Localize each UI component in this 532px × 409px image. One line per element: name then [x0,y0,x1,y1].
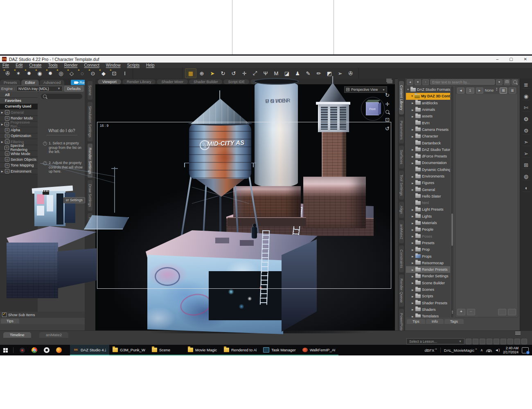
toolbar-icon[interactable]: + ✎ [303,69,313,78]
lesson-transport-button[interactable] [480,339,485,344]
viewport-tab[interactable]: Shader Builder [189,79,223,84]
menu-item[interactable]: Help [146,63,155,67]
activity-icon[interactable]: ◉ [522,92,530,100]
firefox-icon[interactable] [54,345,63,355]
tree-item[interactable]: ▶ Templates [406,313,450,317]
close-button[interactable]: ✕ [524,57,527,61]
content-tab[interactable]: Tags [444,319,464,324]
tree-item[interactable]: ▶ Props [406,253,450,259]
activity-icon[interactable]: ➣ [522,138,530,146]
notification-icon[interactable]: 3 [522,347,529,353]
up-folder-icon[interactable]: ↑ [422,79,429,85]
search-input[interactable] [48,94,79,99]
camera-view-select[interactable]: Perspective View ▼ [344,86,387,93]
lesson-transport-button[interactable] [473,339,478,344]
content-tab[interactable]: Info [426,319,444,324]
database-icon[interactable] [504,79,510,85]
pan-icon[interactable]: ✛ [385,101,390,107]
misc-button-1[interactable] [498,309,506,315]
taskbar-app-button[interactable]: Task Manager [260,345,299,355]
property-group-row[interactable]: ▶ G All [0,92,38,98]
toolbar-icon[interactable]: + ⊡ [109,69,119,78]
tree-item[interactable]: ▶ Character [406,133,450,139]
pane-tab[interactable]: Render Settings [88,144,92,178]
page-number[interactable]: 1 [466,88,474,94]
property-group-row[interactable]: ▶ G Currently Used [0,104,38,110]
tray-expand-icon[interactable]: ∧ [480,348,483,352]
lesson-transport-button[interactable] [514,339,520,344]
tab-timeline[interactable]: Timeline [3,332,31,338]
zoom-out-button[interactable]: − [467,309,475,315]
viewport-tab[interactable]: Viewport [98,79,121,84]
toolbar-icon[interactable]: + ✹ [45,69,56,78]
tree-item[interactable]: ▶ Presets [406,240,450,246]
toolbar-icon[interactable]: + ⊕ [196,69,207,78]
tree-item[interactable]: ▶ Scripts [406,293,450,299]
tree-item[interactable]: ▶ Scene Builder [406,280,450,286]
property-group-row[interactable]: ▶ G Favorites [0,98,38,103]
pane-tab[interactable]: Draw Settings [88,180,92,211]
tree-item-selected[interactable]: ▼ My DAZ 3D Content [406,93,450,99]
tree-item[interactable]: ▶ Camera Presets [406,126,450,133]
tray-group-dal[interactable]: DAL_MovieMagic [444,348,477,353]
property-group-row[interactable]: ▶ G Spectral Rendering [0,145,38,151]
toolbar-icon[interactable]: + ◩ [324,69,335,78]
wifi-icon[interactable] [486,348,491,352]
lesson-transport-button[interactable] [500,339,506,344]
viewport-tab[interactable]: Shader Mixer [157,79,188,84]
toolbar-icon[interactable]: + ✸ [24,69,34,78]
activity-icon[interactable]: ➢ [522,150,530,157]
zoom-icon[interactable] [385,110,389,114]
scroll-arrows[interactable]: ▲▼ [451,310,454,317]
tree-item[interactable]: ▶ Light Presets [406,206,450,213]
tree-item[interactable]: ▶ Lights [406,213,450,220]
menu-item[interactable]: Create [29,63,41,67]
start-button[interactable] [0,345,11,355]
pane-tab[interactable]: Surfaces [399,146,404,169]
frame-icon[interactable]: ⊡ [385,117,390,123]
toolbar-icon[interactable]: + ◎ [56,69,66,78]
activity-icon[interactable]: ✄ [522,104,530,112]
tree-item[interactable]: ▶ Hello Slater [406,193,450,200]
toolbar-icon[interactable]: + ✶ [13,69,24,78]
pane-tab[interactable]: aniMate2 [399,220,404,243]
content-tab[interactable]: Tips [407,319,425,324]
misc-button-2[interactable] [508,309,516,315]
tree-scrollbar[interactable] [451,86,453,317]
tree-item[interactable]: ▶ Scenes [406,286,450,293]
tree-item[interactable]: ▶ BVH [406,119,450,126]
property-group-row[interactable]: ▶ G Section Objects [0,157,38,162]
toolbar-icon[interactable]: + ✏ [313,69,324,78]
library-search-input[interactable] [430,79,495,85]
toolbar-icon[interactable]: + M [271,69,282,78]
menu-item[interactable]: Tools [48,63,57,67]
toolbar-icon[interactable]: + ✇ [345,69,356,78]
toolbar-icon[interactable]: + ◪ [282,69,292,78]
minimize-button[interactable]: – [496,57,499,61]
toolbar-icon[interactable]: + ↻ [218,69,228,78]
recorder-app-icon[interactable] [18,345,27,355]
maximize-button[interactable]: ▢ [509,57,513,61]
toolbar-icon[interactable]: + ♟ [292,69,303,78]
menu-item[interactable]: Render [64,63,78,67]
orbit-rotate-icon[interactable]: ↻ [385,92,390,98]
pane-tab[interactable]: Simulation Settings [88,102,92,142]
pane-tab[interactable]: Content Library [399,81,404,115]
toolbar-icon[interactable]: + ➢ [335,69,345,78]
toolbar-icon[interactable]: + I [119,69,130,78]
lesson-transport-button[interactable] [487,339,492,344]
tree-item[interactable]: ▶ General [406,186,450,193]
tree-item[interactable]: ▶ dForce Presets [406,153,450,160]
toolbar-icon[interactable]: + ◇ [66,69,77,78]
tree-item[interactable]: ▶ Documentation [406,160,450,166]
tree-item[interactable]: ▶ aniBlocks [406,100,450,106]
taskbar-app-button[interactable]: G3M_Punk_WalkF... [109,345,149,355]
tree-item[interactable]: ▶ html [406,200,450,206]
tree-item[interactable]: ▶ Render Settings [406,273,450,279]
toolbar-icon[interactable]: + ◆ [98,69,109,78]
property-search[interactable] [41,94,82,99]
tree-item[interactable]: ▶ Shader Presets [406,300,450,306]
pane-tab[interactable]: Pro [88,213,92,227]
menu-item[interactable]: Window [106,63,121,67]
viewport-tab[interactable]: Environment [250,79,280,84]
